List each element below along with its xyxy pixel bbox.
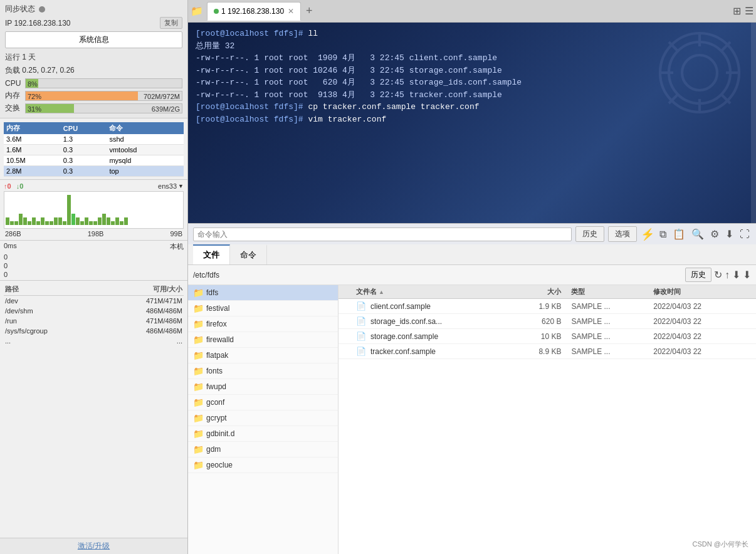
net-bar <box>80 221 84 225</box>
fullscreen-terminal-icon[interactable]: ⛶ <box>738 227 751 241</box>
tree-item[interactable]: 📁firefox <box>188 316 338 332</box>
download-icon[interactable]: ⬇ <box>732 269 740 281</box>
proc-col-cpu[interactable]: CPU <box>61 122 107 134</box>
disk-row[interactable]: /sys/fs/cgroup486M/486M <box>4 326 184 336</box>
search-terminal-icon[interactable]: 🔍 <box>690 227 705 241</box>
download-terminal-icon[interactable]: ⬇ <box>724 227 735 241</box>
network-graph <box>4 191 184 229</box>
file-row[interactable]: 📄 tracker.conf.sample 8.9 KB SAMPLE ... … <box>339 344 756 359</box>
net-bar <box>32 217 36 225</box>
path-actions: 历史 ↻ ↑ ⬇ ⬇ <box>685 268 751 282</box>
net-bar <box>58 217 62 225</box>
mem-label: 内存 <box>5 90 25 101</box>
tree-item[interactable]: 📁festival <box>188 301 338 316</box>
file-icon: 📄 <box>356 332 366 341</box>
proc-row[interactable]: 3.6M1.3sshd <box>4 134 184 145</box>
file-row[interactable]: 📄 client.conf.sample 1.9 KB SAMPLE ... 2… <box>339 299 756 314</box>
proc-col-cmd[interactable]: 命令 <box>107 122 184 134</box>
uptime: 运行 1 天 <box>5 51 182 64</box>
net-up: ↑0 <box>4 182 11 190</box>
tree-item[interactable]: 📁gdbinit.d <box>188 426 338 442</box>
net-bar <box>107 217 110 225</box>
tree-item[interactable]: 📁fdfs <box>188 285 338 301</box>
col-size[interactable]: 大小 <box>510 287 567 296</box>
network-section: ↑0 ↓0 ens33 ▼ 286B 198B 99B <box>0 179 187 240</box>
ping-section: 0ms 本机 0 0 0 <box>0 240 187 280</box>
tab-close-icon[interactable]: ✕ <box>288 7 294 16</box>
history-button[interactable]: 历史 <box>575 226 604 242</box>
tree-item[interactable]: 📁gconf <box>188 395 338 410</box>
refresh-icon[interactable]: ↻ <box>714 269 722 281</box>
net-bar <box>89 221 93 225</box>
settings-terminal-icon[interactable]: ⚙ <box>709 227 720 241</box>
tree-folder-icon: 📁 <box>193 397 204 407</box>
net-interface[interactable]: ens33 ▼ <box>158 182 184 190</box>
net-bar <box>111 221 115 225</box>
tab-label-1: 1 192.168.238.130 <box>221 7 284 16</box>
file-panes: 📁fdfs📁festival📁firefox📁firewalld📁flatpak… <box>188 285 756 554</box>
lightning-icon[interactable]: ⚡ <box>641 227 654 241</box>
ip-text: IP 192.168.238.130 <box>5 19 71 28</box>
tab-item-1[interactable]: 1 192.168.238.130 ✕ <box>207 2 301 21</box>
tree-item[interactable]: 📁flatpak <box>188 348 338 363</box>
menu-icon[interactable]: ☰ <box>745 5 753 17</box>
tree-folder-icon: 📁 <box>193 413 204 423</box>
proc-row[interactable]: 2.8M0.3top <box>4 166 184 177</box>
disk-col-size: 可用/大小 <box>100 283 184 296</box>
terminal-content: [root@localhost fdfs]# ll总用量 32-rw-r--r-… <box>196 28 748 125</box>
terminal-scrollbar[interactable] <box>751 23 756 223</box>
download2-icon[interactable]: ⬇ <box>743 269 751 281</box>
command-input[interactable] <box>193 227 572 241</box>
col-mtime[interactable]: 修改时间 <box>648 287 756 296</box>
copy-button[interactable]: 复制 <box>160 17 182 29</box>
net-bar <box>93 221 97 225</box>
tab-file[interactable]: 文件 <box>193 244 230 264</box>
disk-row[interactable]: /dev/shm486M/486M <box>4 306 184 316</box>
tree-item[interactable]: 📁gcrypt <box>188 410 338 426</box>
copy-terminal-icon[interactable]: ⧉ <box>658 227 668 241</box>
grid-icon[interactable]: ⊞ <box>733 5 741 17</box>
activate-button[interactable]: 激活/升级 <box>78 541 110 550</box>
footer-watermark: CSDN @小何学长 <box>693 540 748 549</box>
sysinfo-button[interactable]: 系统信息 <box>5 31 182 48</box>
tree-item[interactable]: 📁fonts <box>188 363 338 379</box>
options-button[interactable]: 选项 <box>608 226 637 242</box>
mem-row: 内存 72% 702M/972M <box>5 90 182 101</box>
proc-row[interactable]: 1.6M0.3vmtoolsd <box>4 145 184 155</box>
tree-item[interactable]: 📁firewalld <box>188 332 338 348</box>
tree-item[interactable]: 📁fwupd <box>188 379 338 395</box>
tree-folder-icon: 📁 <box>193 366 204 376</box>
paste-terminal-icon[interactable]: 📋 <box>671 227 686 241</box>
disk-row[interactable]: /run471M/486M <box>4 316 184 326</box>
mem-bar-wrap: 72% 702M/972M <box>25 91 182 101</box>
file-list-header: 文件名 ▲ 大小 类型 修改时间 <box>339 285 756 299</box>
net-bar <box>10 221 14 225</box>
file-path-bar: /etc/fdfs 历史 ↻ ↑ ⬇ ⬇ <box>188 265 756 285</box>
col-type[interactable]: 类型 <box>566 287 648 296</box>
net-bar <box>41 217 45 225</box>
file-icon: 📄 <box>356 347 366 356</box>
tree-item[interactable]: 📁gdm <box>188 442 338 457</box>
net-bar <box>76 217 80 225</box>
path-history-button[interactable]: 历史 <box>685 268 711 282</box>
file-row[interactable]: 📄 storage_ids.conf.sa... 620 B SAMPLE ..… <box>339 314 756 329</box>
net-bar <box>28 221 31 225</box>
proc-col-mem[interactable]: 内存 <box>4 122 61 134</box>
swap-label: 交换 <box>5 103 25 113</box>
disk-row[interactable]: /dev471M/471M <box>4 296 184 306</box>
cpu-row: CPU 8% <box>5 78 182 88</box>
tab-add-button[interactable]: + <box>302 4 317 18</box>
proc-row[interactable]: 10.5M0.3mysqld <box>4 155 184 166</box>
folder-icon[interactable]: 📁 <box>191 5 203 17</box>
net-stat-286: 286B <box>5 230 21 238</box>
col-name[interactable]: 文件名 ▲ <box>339 287 510 296</box>
file-row[interactable]: 📄 storage.conf.sample 10 KB SAMPLE ... 2… <box>339 329 756 344</box>
disk-row[interactable]: ...... <box>4 336 184 346</box>
tree-item[interactable]: 📁geoclue <box>188 457 338 473</box>
swap-bar-wrap: 31% 639M/2G <box>25 103 182 113</box>
terminal-line: 总用量 32 <box>196 40 748 53</box>
net-bar <box>67 195 71 225</box>
terminal-line: -rw-r--r--. 1 root root 10246 4月 3 22:45… <box>196 65 748 77</box>
tab-command[interactable]: 命令 <box>230 244 267 264</box>
upload-icon[interactable]: ↑ <box>725 269 730 281</box>
